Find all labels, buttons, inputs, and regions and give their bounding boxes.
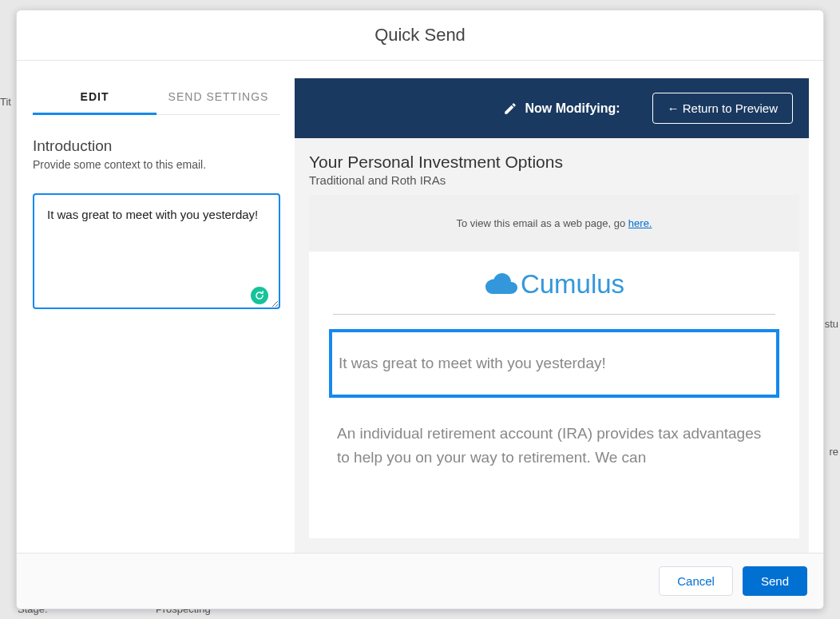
introduction-input-wrapper bbox=[33, 193, 280, 312]
email-body-text: An individual retirement account (IRA) p… bbox=[309, 422, 799, 494]
cumulus-logo-text: Cumulus bbox=[521, 269, 624, 300]
right-panel: Now Modifying: ← Return to Preview Your … bbox=[280, 61, 823, 553]
email-divider bbox=[333, 314, 775, 315]
backdrop-fragment-2: re bbox=[829, 446, 838, 458]
tab-edit[interactable]: EDIT bbox=[33, 81, 157, 115]
backdrop-title-fragment: Tit bbox=[0, 96, 11, 108]
left-panel: EDIT SEND SETTINGS Introduction Provide … bbox=[17, 61, 280, 553]
modal-header: Quick Send bbox=[17, 10, 823, 61]
preview-content-wrapper: To view this email as a web page, go her… bbox=[295, 195, 809, 553]
view-as-webpage-text: To view this email as a web page, go bbox=[457, 217, 628, 229]
tab-send-settings[interactable]: SEND SETTINGS bbox=[157, 81, 280, 114]
email-highlight-box: It was great to meet with you yesterday! bbox=[329, 329, 779, 398]
preview-title: Your Personal Investment Options bbox=[309, 153, 794, 172]
modal-body: EDIT SEND SETTINGS Introduction Provide … bbox=[17, 61, 823, 553]
quick-send-modal: Quick Send EDIT SEND SETTINGS Introducti… bbox=[16, 10, 824, 609]
backdrop-fragment-1: stu bbox=[825, 318, 838, 330]
view-as-webpage-bar: To view this email as a web page, go her… bbox=[309, 195, 799, 252]
view-as-webpage-link[interactable]: here. bbox=[628, 217, 652, 229]
cancel-button[interactable]: Cancel bbox=[659, 566, 733, 596]
introduction-title: Introduction bbox=[33, 137, 280, 155]
modal-footer: Cancel Send bbox=[17, 553, 823, 609]
return-to-preview-button[interactable]: ← Return to Preview bbox=[652, 93, 793, 124]
grammarly-icon[interactable] bbox=[251, 287, 268, 304]
email-highlight-text: It was great to meet with you yesterday! bbox=[339, 355, 770, 372]
modal-title: Quick Send bbox=[17, 25, 823, 46]
introduction-description: Provide some context to this email. bbox=[33, 158, 280, 171]
preview-toolbar: Now Modifying: ← Return to Preview bbox=[295, 78, 809, 138]
cumulus-logo: Cumulus bbox=[484, 269, 624, 300]
now-modifying-label: Now Modifying: bbox=[503, 101, 620, 116]
cloud-icon bbox=[484, 272, 519, 296]
preview-scroll[interactable]: To view this email as a web page, go her… bbox=[309, 195, 799, 538]
preview-info: Your Personal Investment Options Traditi… bbox=[295, 138, 809, 195]
email-logo-section: Cumulus bbox=[309, 252, 799, 314]
pencil-icon bbox=[503, 101, 517, 116]
tabs: EDIT SEND SETTINGS bbox=[33, 81, 280, 115]
send-button[interactable]: Send bbox=[743, 566, 807, 596]
now-modifying-text: Now Modifying: bbox=[525, 101, 620, 116]
email-preview: To view this email as a web page, go her… bbox=[309, 195, 799, 494]
introduction-textarea[interactable] bbox=[33, 193, 280, 309]
preview-subtitle: Traditional and Roth IRAs bbox=[309, 173, 794, 187]
